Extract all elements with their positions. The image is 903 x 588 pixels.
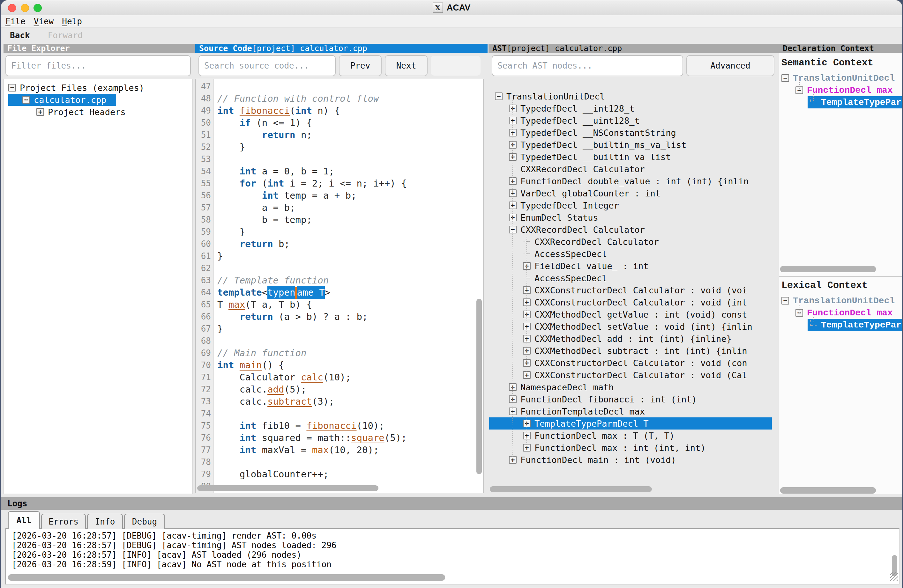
tree-row[interactable]: +EnumDecl Status [489,212,776,224]
tree-row[interactable]: +TypedefDecl __uint128_t [489,114,776,127]
tree-row[interactable]: +CXXMethodDecl subtract : int (int) {inl… [489,345,776,357]
tree-row-label: CXXConstructorDecl Calculator : void (vo… [535,285,747,295]
tree-row[interactable]: −Project Files (examples) [4,82,192,94]
tree-row[interactable]: +TypedefDecl __NSConstantString [489,127,776,139]
tree-row[interactable]: +CXXConstructorDecl Calculator : void (C… [489,369,776,381]
tree-row[interactable]: +TypedefDecl __int128_t [489,102,776,114]
tree-row[interactable]: +TypedefDecl __builtin_va_list [489,151,776,163]
resize-grip[interactable] [890,572,898,581]
tree-row[interactable]: +FunctionDecl fibonacci : int (int) [489,393,776,405]
semantic-context-tree: −TranslationUnitDecl−FunctionDecl maxTem… [779,71,902,266]
code-line: return n; [217,129,312,141]
tree-row[interactable]: +TypedefDecl Integer [489,199,776,212]
lexical-horizontal-scrollbar[interactable] [780,487,876,494]
logs-horizontal-scrollbar[interactable] [8,574,445,581]
collapse-icon[interactable]: − [495,93,503,100]
tree-row-label: FunctionDecl main : int (void) [521,455,676,465]
tree-row[interactable]: −TranslationUnitDecl [489,90,776,102]
tree-row[interactable]: +FunctionDecl max : int (int, int) [489,442,776,454]
toolbar: Back Forward [1,27,902,43]
tree-row-label: TemplateTypeParm [821,97,902,107]
filter-files-input[interactable] [5,55,191,76]
tree-row-label: FunctionDecl max [807,308,893,318]
line-number: 75 [196,420,211,432]
tree-row[interactable]: +FieldDecl value_ : int [489,260,776,272]
forward-button[interactable]: Forward [48,31,83,40]
advanced-button[interactable]: Advanced [686,55,774,76]
line-number: 50 [196,117,211,129]
tree-row[interactable]: +TypedefDecl __builtin_ms_va_list [489,139,776,151]
tree-row-label: TypedefDecl Integer [521,201,619,210]
search-ast-input[interactable] [492,55,683,76]
tree-guide-line [26,92,27,100]
next-button[interactable]: Next [385,55,428,76]
tree-row[interactable]: +CXXMethodDecl getValue : int (void) con… [489,308,776,320]
tree-row[interactable]: +NamespaceDecl math [489,381,776,393]
tree-row[interactable]: −FunctionDecl max [779,307,902,319]
tree-row-label: TranslationUnitDecl [793,73,895,83]
code-line: return (a > b) ? a : b; [217,310,368,323]
tree-guide-line [813,94,814,102]
tree-row[interactable]: −calculator.cpp [4,94,192,106]
tree-row-label: FunctionDecl max : T (T, T) [535,431,675,441]
tree-row-label: calculator.cpp [34,95,107,105]
ast-horizontal-scrollbar[interactable] [490,486,652,492]
screen: X ACAV FileViewHelp Back Forward File Ex… [0,0,903,588]
line-number: 69 [196,347,211,359]
menu-item-help[interactable]: Help [62,17,82,26]
tree-row[interactable]: +FunctionDecl double_value : int (int) {… [489,175,776,187]
prev-button[interactable]: Prev [339,55,382,76]
tree-row[interactable]: +TemplateTypeParmDecl T [489,417,776,430]
menu-item-view[interactable]: View [34,17,54,26]
tree-row[interactable]: +CXXConstructorDecl Calculator : void (c… [489,357,776,369]
code-line: for (int i = 2; i <= n; i++) { [217,177,407,190]
tree-row-label: CXXMethodDecl setValue : void (int) {inl… [535,322,752,332]
tree-row[interactable]: −TranslationUnitDecl [779,72,902,84]
acav-window: X ACAV FileViewHelp Back Forward File Ex… [1,0,902,588]
source-code-editor[interactable]: 4748495051525354555657585960616263646566… [195,79,484,493]
tree-row[interactable]: −TranslationUnitDecl [779,295,902,307]
tree-row[interactable]: CXXRecordDecl Calculator [489,236,776,248]
tree-row[interactable]: +VarDecl globalCounter : int [489,187,776,199]
logs-tab-errors[interactable]: Errors [41,514,86,529]
tree-row[interactable]: AccessSpecDecl [489,248,776,260]
tree-row[interactable]: +CXXMethodDecl add : int (int) {inline} [489,332,776,345]
tree-row[interactable]: +FunctionDecl max : T (T, T) [489,430,776,442]
tree-guide-line [513,100,513,460]
collapse-icon[interactable]: − [782,297,789,304]
tree-row-label: EnumDecl Status [521,213,598,223]
tree-row[interactable]: TemplateTypeParm [779,319,902,331]
collapse-icon[interactable]: − [8,84,16,91]
tree-row[interactable]: +Project Headers [4,106,192,118]
tree-row[interactable]: +CXXConstructorDecl Calculator : void (i… [489,296,776,308]
collapse-icon[interactable]: − [782,74,789,82]
line-number: 70 [196,359,211,371]
logs-tab-all[interactable]: All [8,511,40,529]
log-line: [2026-03-20 16:28:57] [DEBUG] [acav-timi… [12,531,316,541]
semantic-horizontal-scrollbar[interactable] [780,266,876,272]
tree-row-label: TranslationUnitDecl [507,91,605,101]
tree-row-label: CXXRecordDecl Calculator [521,164,645,174]
logs-output[interactable]: [2026-03-20 16:28:57] [DEBUG] [acav-timi… [5,528,900,585]
tree-row[interactable]: AccessSpecDecl [489,272,776,284]
tree-row[interactable]: TemplateTypeParm [779,96,902,108]
tree-row-label: CXXRecordDecl Calculator [521,225,645,235]
tree-row-label: TypedefDecl __builtin_va_list [521,152,671,162]
code-line: int squared = math::square(5); [217,432,407,444]
tree-row-label: CXXRecordDecl Calculator [535,237,659,247]
search-source-input[interactable] [198,55,336,76]
tree-row[interactable]: +FunctionDecl main : int (void) [489,454,776,466]
line-number: 51 [196,129,211,141]
tree-row[interactable]: −FunctionTemplateDecl max [489,405,776,417]
tree-row[interactable]: −CXXRecordDecl Calculator [489,224,776,236]
back-button[interactable]: Back [10,31,30,40]
tree-row[interactable]: +CXXConstructorDecl Calculator : void (v… [489,284,776,296]
tree-row[interactable]: CXXRecordDecl Calculator [489,163,776,175]
tree-row[interactable]: −FunctionDecl max [779,84,902,96]
tree-row[interactable]: +CXXMethodDecl setValue : void (int) {in… [489,320,776,332]
menu-item-file[interactable]: File [5,17,25,26]
source-horizontal-scrollbar[interactable] [197,485,378,491]
logs-tab-debug[interactable]: Debug [124,514,165,529]
source-vertical-scrollbar[interactable] [477,299,482,474]
logs-tab-info[interactable]: Info [87,514,123,529]
